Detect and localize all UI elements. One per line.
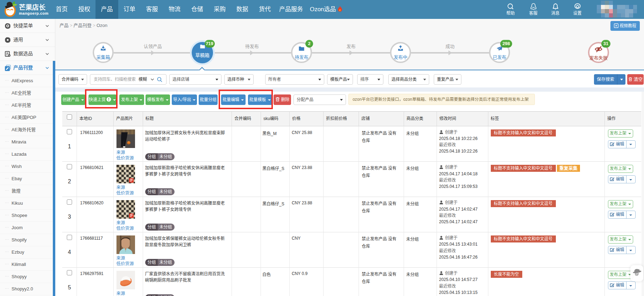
svg-text:芒果店长: 芒果店长 bbox=[19, 3, 46, 11]
svg-text:mangoerp.com: mangoerp.com bbox=[19, 11, 49, 15]
